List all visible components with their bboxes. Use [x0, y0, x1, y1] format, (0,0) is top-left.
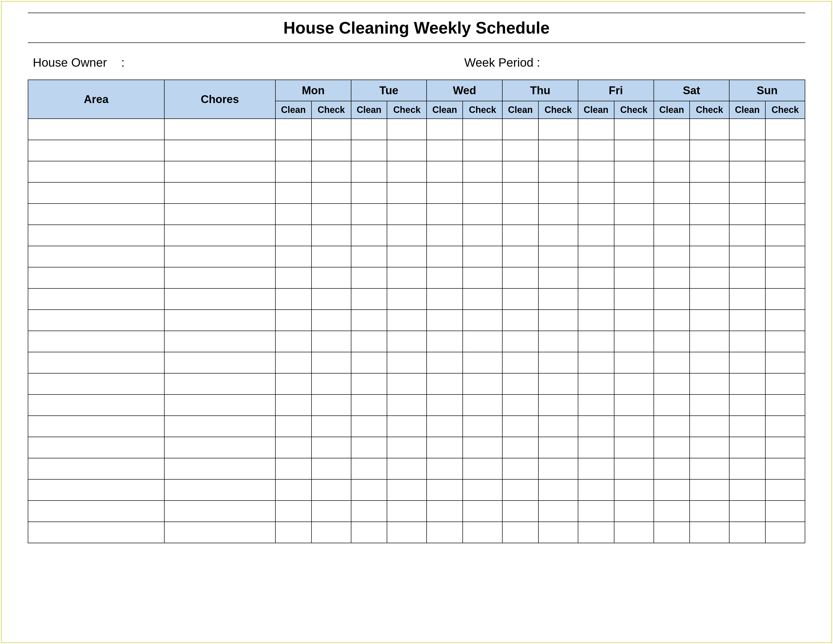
table-cell [765, 267, 805, 288]
table-cell [275, 479, 312, 501]
table-cell [578, 140, 614, 161]
table-cell [765, 458, 805, 479]
subcol-sat-clean: Clean [654, 101, 690, 119]
table-cell [765, 140, 805, 161]
table-cell [654, 204, 690, 225]
table-cell [502, 288, 539, 310]
table-cell [28, 416, 164, 437]
table-cell [578, 394, 614, 416]
table-cell [654, 182, 690, 204]
table-cell [426, 373, 463, 394]
table-cell [351, 394, 387, 416]
table-cell [351, 310, 387, 331]
table-cell [164, 522, 275, 543]
table-cell [28, 161, 164, 182]
table-cell [654, 437, 690, 458]
table-cell [351, 437, 387, 458]
table-cell [765, 437, 805, 458]
table-cell [426, 310, 463, 331]
table-cell [387, 204, 426, 225]
col-header-fri: Fri [578, 80, 654, 101]
table-cell [765, 161, 805, 182]
table-cell [765, 225, 805, 246]
table-cell [690, 352, 729, 373]
subcol-tue-check: Check [387, 101, 426, 119]
table-cell [614, 310, 654, 331]
table-cell [426, 437, 463, 458]
table-cell [654, 352, 690, 373]
table-cell [275, 416, 312, 437]
table-cell [351, 501, 387, 522]
table-cell [539, 182, 578, 204]
table-cell [463, 331, 502, 352]
table-cell [578, 458, 614, 479]
table-cell [275, 225, 312, 246]
table-cell [351, 416, 387, 437]
table-cell [28, 140, 164, 161]
subcol-mon-check: Check [312, 101, 351, 119]
table-cell [690, 373, 729, 394]
table-cell [539, 501, 578, 522]
table-cell [614, 161, 654, 182]
table-cell [614, 288, 654, 310]
table-cell [539, 437, 578, 458]
table-cell [654, 246, 690, 267]
table-cell [729, 458, 765, 479]
subcol-wed-clean: Clean [426, 101, 463, 119]
table-cell [502, 501, 539, 522]
table-cell [387, 161, 426, 182]
table-cell [426, 161, 463, 182]
table-cell [502, 394, 539, 416]
table-cell [578, 373, 614, 394]
table-cell [690, 182, 729, 204]
table-cell [539, 246, 578, 267]
table-cell [729, 331, 765, 352]
table-cell [539, 161, 578, 182]
table-cell [614, 352, 654, 373]
table-cell [729, 246, 765, 267]
table-cell [351, 204, 387, 225]
table-cell [578, 331, 614, 352]
table-cell [765, 373, 805, 394]
table-cell [765, 119, 805, 140]
table-cell [426, 394, 463, 416]
table-cell [275, 373, 312, 394]
table-cell [463, 288, 502, 310]
table-cell [539, 204, 578, 225]
table-cell [28, 310, 164, 331]
col-header-chores: Chores [164, 80, 275, 119]
table-cell [614, 204, 654, 225]
table-cell [463, 437, 502, 458]
table-cell [164, 458, 275, 479]
table-cell [765, 522, 805, 543]
col-header-sat: Sat [654, 80, 730, 101]
table-cell [614, 522, 654, 543]
table-cell [539, 394, 578, 416]
period-field: Week Period : [401, 56, 800, 69]
table-cell [765, 416, 805, 437]
table-cell [502, 140, 539, 161]
table-cell [765, 479, 805, 501]
table-cell [729, 204, 765, 225]
table-cell [463, 479, 502, 501]
table-cell [351, 479, 387, 501]
table-cell [387, 394, 426, 416]
table-cell [654, 161, 690, 182]
table-row [28, 331, 805, 352]
table-cell [426, 331, 463, 352]
table-cell [351, 267, 387, 288]
table-cell [463, 373, 502, 394]
table-cell [28, 373, 164, 394]
table-cell [539, 522, 578, 543]
table-cell [654, 310, 690, 331]
table-cell [312, 522, 351, 543]
table-cell [28, 352, 164, 373]
table-cell [539, 225, 578, 246]
table-cell [502, 161, 539, 182]
table-cell [387, 522, 426, 543]
table-cell [578, 479, 614, 501]
table-cell [578, 522, 614, 543]
table-cell [351, 288, 387, 310]
table-cell [578, 352, 614, 373]
table-cell [275, 204, 312, 225]
